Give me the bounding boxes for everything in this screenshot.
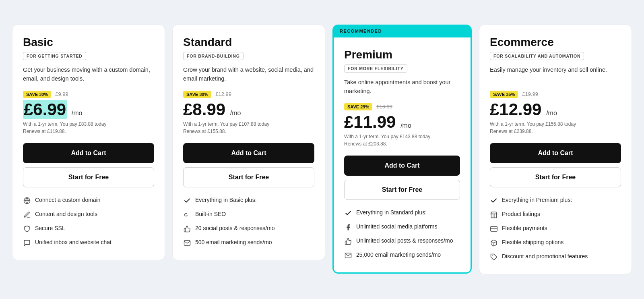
feature-item: Flexible payments — [490, 224, 621, 233]
save-badge: SAVE 29% — [344, 103, 372, 110]
plan-name: Standard — [183, 36, 314, 49]
price-value: £12.99 — [490, 100, 541, 119]
feature-item: Product listings — [490, 210, 621, 219]
check-icon — [183, 197, 191, 205]
feature-item: 500 email marketing sends/mo — [183, 239, 314, 247]
feature-item: Unlimited social media platforms — [344, 223, 460, 231]
feature-text: Flexible shipping options — [502, 239, 564, 247]
start-for-free-button[interactable]: Start for Free — [490, 167, 621, 187]
plan-description: Take online appointments and boost your … — [344, 78, 460, 96]
feature-text: Discount and promotional features — [502, 253, 588, 261]
plan-name: Premium — [344, 49, 460, 61]
plan-tagline: For Brand-Building — [183, 52, 244, 60]
check-icon — [490, 197, 498, 205]
per-mo: /mo — [72, 110, 83, 116]
plan-card-premium: Premium For More Flexibility Take online… — [332, 37, 472, 274]
feature-item: 20 social posts & responses/mo — [183, 224, 314, 233]
feature-item: Unified inbox and website chat — [23, 239, 154, 247]
current-price: £12.99 /mo — [490, 100, 621, 119]
tag-icon — [490, 253, 498, 261]
current-price: £8.99 /mo — [183, 100, 314, 119]
recommended-badge: RECOMMENDED — [332, 25, 472, 37]
pricing-grid: Basic For Getting Started Get your busin… — [12, 25, 632, 274]
google-icon: G — [183, 211, 191, 219]
save-badge: SAVE 30% — [183, 91, 211, 98]
feature-item: Flexible shipping options — [490, 239, 621, 247]
feature-text: Content and design tools — [35, 210, 97, 218]
save-badge: SAVE 30% — [23, 91, 51, 98]
feature-item: Everything in Basic plus: — [183, 196, 314, 205]
feature-text: Built-in SEO — [195, 210, 226, 218]
feature-text: 20 social posts & responses/mo — [195, 224, 275, 233]
feature-item: Everything in Premium plus: — [490, 196, 621, 205]
feature-item: G Built-in SEO — [183, 210, 314, 219]
mail-icon — [183, 239, 191, 247]
feature-item: Secure SSL — [23, 224, 154, 233]
svg-text:G: G — [184, 212, 188, 217]
feature-text: Secure SSL — [35, 224, 65, 233]
feature-text: Unlimited social media platforms — [356, 223, 438, 231]
shield-icon — [23, 225, 31, 233]
feature-text: Everything in Basic plus: — [195, 196, 257, 204]
feature-item: Unlimited social posts & responses/mo — [344, 237, 460, 245]
add-to-cart-button[interactable]: Add to Cart — [183, 143, 314, 163]
plan-card-basic: Basic For Getting Started Get your busin… — [12, 25, 165, 260]
globe-icon — [23, 197, 31, 205]
card-icon — [490, 225, 498, 233]
svg-rect-3 — [491, 226, 497, 231]
feature-text: Unlimited social posts & responses/mo — [356, 237, 453, 245]
save-badge: SAVE 35% — [490, 91, 518, 98]
store-icon — [490, 211, 498, 219]
billing-note: With a 1-yr term. You pay £155.88 todayR… — [490, 120, 621, 135]
features-list: Everything in Premium plus: Product list… — [490, 196, 621, 261]
original-price: £19.99 — [522, 91, 538, 97]
feature-text: Connect a custom domain — [35, 196, 101, 204]
add-to-cart-button[interactable]: Add to Cart — [490, 143, 621, 163]
feature-item: Connect a custom domain — [23, 196, 154, 205]
pricing-row: SAVE 29% £16.99 — [344, 103, 460, 110]
per-mo: /mo — [230, 110, 241, 116]
features-list: Everything in Basic plus: G Built-in SEO — [183, 196, 314, 247]
start-for-free-button[interactable]: Start for Free — [23, 167, 154, 187]
thumb-icon — [344, 237, 352, 245]
start-for-free-button[interactable]: Start for Free — [344, 180, 460, 200]
original-price: £12.99 — [215, 91, 231, 97]
feature-item: Content and design tools — [23, 210, 154, 219]
plan-tagline: For Getting Started — [23, 52, 86, 60]
current-price: £11.99 /mo — [344, 113, 460, 131]
plan-name: Ecommerce — [490, 36, 621, 49]
current-price: £6.99 /mo — [23, 100, 154, 119]
billing-note: With a 1-yr term. You pay £83.88 todayRe… — [23, 120, 154, 135]
features-list: Connect a custom domain Content and desi… — [23, 196, 154, 247]
feature-text: 25,000 email marketing sends/mo — [356, 251, 441, 259]
feature-item: Everything in Standard plus: — [344, 209, 460, 217]
feature-text: Everything in Premium plus: — [502, 196, 572, 204]
chat-icon — [23, 239, 31, 247]
original-price: £9.99 — [55, 91, 68, 97]
feature-text: Product listings — [502, 210, 540, 218]
feature-item: Discount and promotional features — [490, 253, 621, 261]
start-for-free-button[interactable]: Start for Free — [183, 167, 314, 187]
feature-item: 25,000 email marketing sends/mo — [344, 251, 460, 260]
check-icon — [344, 209, 352, 217]
features-list: Everything in Standard plus: Unlimited s… — [344, 209, 460, 260]
pricing-row: SAVE 30% £12.99 — [183, 91, 314, 98]
add-to-cart-button[interactable]: Add to Cart — [23, 143, 154, 163]
price-value: £11.99 — [344, 112, 396, 131]
plan-description: Get your business moving with a custom d… — [23, 66, 154, 83]
feature-text: Everything in Standard plus: — [356, 209, 427, 217]
feature-text: Flexible payments — [502, 224, 547, 233]
billing-note: With a 1-yr term. You pay £107.88 todayR… — [183, 120, 314, 135]
original-price: £16.99 — [376, 104, 392, 110]
add-to-cart-button[interactable]: Add to Cart — [344, 156, 460, 176]
plan-tagline: For More Flexibility — [344, 64, 407, 73]
recommended-wrapper: RECOMMENDED Premium For More Flexibility… — [332, 25, 472, 274]
per-mo: /mo — [546, 110, 557, 116]
plan-name: Basic — [23, 36, 154, 49]
thumb-icon — [183, 225, 191, 233]
price-value: £8.99 — [183, 100, 225, 119]
box-icon — [490, 239, 498, 247]
pricing-row: SAVE 30% £9.99 — [23, 91, 154, 98]
per-mo: /mo — [400, 122, 411, 129]
feature-text: Unified inbox and website chat — [35, 239, 111, 247]
